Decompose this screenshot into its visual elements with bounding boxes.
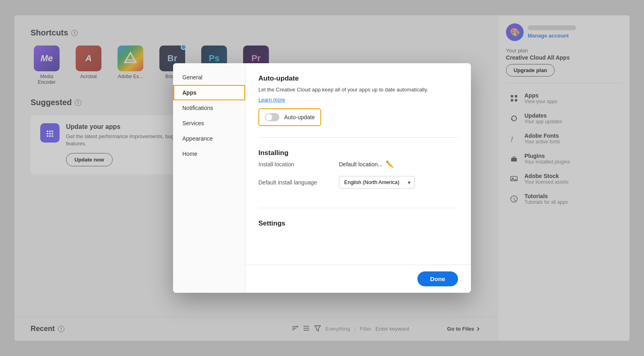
dialog-nav-services[interactable]: Services <box>173 116 245 131</box>
dialog-nav-notifications[interactable]: Notifications <box>173 100 245 116</box>
auto-update-title: Auto-update <box>258 75 458 83</box>
edit-location-icon[interactable]: ✏️ <box>386 160 394 168</box>
install-location-label: Install location <box>258 161 339 168</box>
installing-title: Installing <box>258 149 458 157</box>
auto-update-toggle-wrap: Auto-update <box>258 108 321 126</box>
language-row: Default install language English (North … <box>258 176 458 188</box>
settings-title: Settings <box>258 219 458 228</box>
dialog-overlay: General Apps Notifications Services Appe… <box>14 15 630 341</box>
dialog-nav-apps[interactable]: Apps <box>173 85 245 100</box>
dialog-scrollable: Auto-update Let the Creative Cloud app k… <box>246 63 471 265</box>
learn-more-link[interactable]: Learn more <box>258 97 285 103</box>
dialog-nav: General Apps Notifications Services Appe… <box>173 63 246 293</box>
auto-update-section: Auto-update Let the Creative Cloud app k… <box>258 75 458 138</box>
dialog-footer: Done <box>246 265 471 293</box>
auto-update-desc: Let the Creative Cloud app keep all of y… <box>258 86 458 94</box>
language-select-wrap: English (North America) English (UK) Fre… <box>339 176 415 188</box>
dialog-nav-general[interactable]: General <box>173 70 245 85</box>
done-button[interactable]: Done <box>417 271 458 286</box>
install-location-row: Install location Default location... ✏️ <box>258 160 458 168</box>
auto-update-toggle-label: Auto-update <box>284 114 315 120</box>
dialog-content: Auto-update Let the Creative Cloud app k… <box>246 63 471 293</box>
settings-section: Settings <box>258 219 458 242</box>
installing-section: Installing Install location Default loca… <box>258 149 458 208</box>
language-label: Default install language <box>258 179 339 186</box>
language-select[interactable]: English (North America) English (UK) Fre… <box>339 176 415 188</box>
preferences-dialog: General Apps Notifications Services Appe… <box>173 63 471 293</box>
install-location-value: Default location... ✏️ <box>339 160 458 168</box>
install-location-text: Default location... <box>339 161 382 168</box>
app-window: Shortcuts i Me Media Encoder A Acrobat <box>14 15 630 341</box>
dialog-nav-appearance[interactable]: Appearance <box>173 131 245 146</box>
dialog-nav-home[interactable]: Home <box>173 146 245 161</box>
auto-update-toggle[interactable] <box>265 113 279 121</box>
language-value: English (North America) English (UK) Fre… <box>339 176 458 188</box>
